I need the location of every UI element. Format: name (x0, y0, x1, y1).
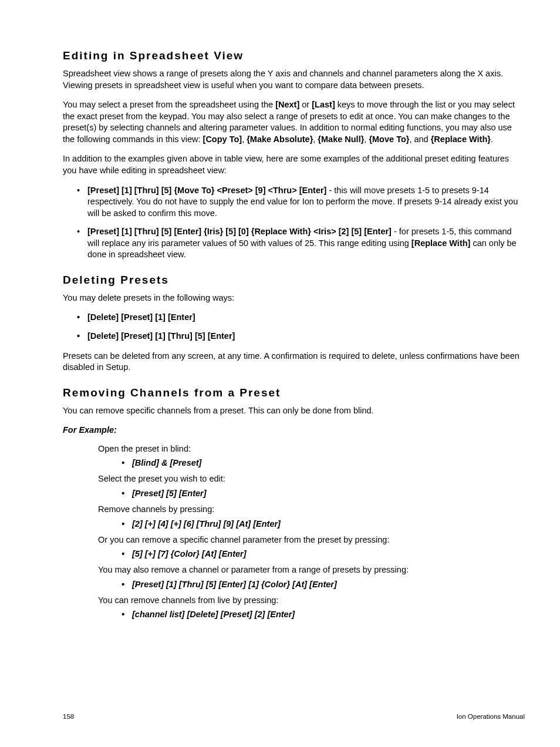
step-key-sequence: [Blind] & [Preset] (132, 458, 525, 467)
step-bullet-list: [channel list] [Delete] [Preset] [2] [En… (98, 610, 525, 619)
key-sequence: [Preset] [1] [Thru] [5] {Move To} <Prese… (87, 186, 326, 195)
text: or (299, 100, 312, 109)
key-ref: {Make Null} (318, 134, 364, 144)
text: You may select a preset from the spreads… (63, 100, 275, 109)
document-page: Editing in Spreadsheet View Spreadsheet … (0, 0, 560, 747)
manual-title: Ion Operations Manual (457, 713, 525, 720)
text: , (242, 134, 247, 144)
bullet-item: [Delete] [Preset] [1] [Thru] [5] [Enter] (87, 331, 525, 342)
paragraph: You may select a preset from the spreads… (63, 99, 525, 145)
heading-editing-spreadsheet: Editing in Spreadsheet View (63, 49, 525, 62)
key-ref: [Copy To] (203, 134, 242, 144)
step-text: Or you can remove a specific channel par… (98, 534, 525, 546)
step-key-sequence: [5] [+] [7] {Color} [At] [Enter] (132, 549, 525, 558)
bullet-item: [Delete] [Preset] [1] [Enter] (87, 312, 525, 324)
step-bullet-list: [Preset] [1] [Thru] [5] [Enter] [1] {Col… (98, 580, 525, 589)
step-bullet-list: [Preset] [5] [Enter] (98, 489, 525, 498)
paragraph: Spreadsheet view shows a range of preset… (63, 68, 525, 91)
paragraph: Presets can be deleted from any screen, … (63, 351, 525, 374)
step-text: You may also remove a channel or paramet… (98, 564, 525, 576)
step-bullet-list: [Blind] & [Preset] (98, 458, 525, 467)
page-number: 158 (63, 713, 74, 720)
bullet-list: [Preset] [1] [Thru] [5] {Move To} <Prese… (63, 185, 525, 261)
step-bullet-list: [2] [+] [4] [+] [6] [Thru] [9] [At] [Ent… (98, 519, 525, 529)
text: , and (409, 134, 430, 144)
step-key-sequence: [Preset] [1] [Thru] [5] [Enter] [1] {Col… (132, 580, 525, 589)
bullet-list: [Delete] [Preset] [1] [Enter] [Delete] [… (63, 312, 525, 342)
key-ref: {Make Absolute} (247, 134, 313, 144)
example-steps: Open the preset in blind: [Blind] & [Pre… (63, 443, 525, 619)
step-text: Open the preset in blind: (98, 443, 525, 455)
key-ref: {Replace With} (431, 134, 491, 144)
bullet-item: [Preset] [1] [Thru] [5] [Enter] {Iris} [… (87, 226, 525, 261)
key-sequence: [Preset] [1] [Thru] [5] [Enter] {Iris} [… (87, 227, 392, 236)
step-text: Select the preset you wish to edit: (98, 473, 525, 485)
paragraph: You can remove specific channels from a … (63, 405, 525, 417)
key-ref: {Move To} (369, 134, 409, 144)
heading-deleting-presets: Deleting Presets (63, 274, 525, 287)
paragraph: You may delete presets in the following … (63, 292, 525, 304)
step-key-sequence: [Preset] [5] [Enter] (132, 489, 525, 498)
key-ref: [Last] (312, 100, 335, 109)
step-text: You can remove channels from live by pre… (98, 595, 525, 607)
key-ref: [Next] (275, 100, 299, 109)
step-bullet-list: [5] [+] [7] {Color} [At] [Enter] (98, 549, 525, 558)
step-key-sequence: [2] [+] [4] [+] [6] [Thru] [9] [At] [Ent… (132, 519, 525, 529)
step-text: Remove channels by pressing: (98, 504, 525, 516)
paragraph: In addition to the examples given above … (63, 153, 525, 176)
bullet-item: [Preset] [1] [Thru] [5] {Move To} <Prese… (87, 185, 525, 220)
step-key-sequence: [channel list] [Delete] [Preset] [2] [En… (132, 610, 525, 619)
example-label: For Example: (63, 425, 525, 436)
key-ref: [Replace With] (411, 238, 471, 248)
text: . (491, 134, 493, 144)
heading-removing-channels: Removing Channels from a Preset (63, 386, 525, 399)
page-footer: 158 Ion Operations Manual (63, 713, 525, 720)
